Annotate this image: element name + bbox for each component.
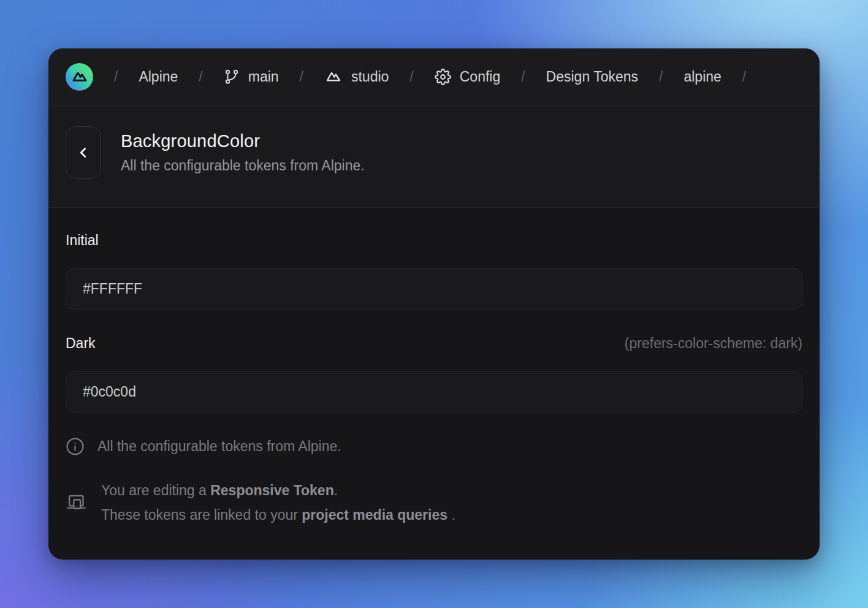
breadcrumb-separator: /: [659, 69, 663, 85]
info-note-text: All the configurable tokens from Alpine.: [97, 438, 341, 455]
back-button[interactable]: [66, 126, 101, 179]
breadcrumb-separator: /: [409, 69, 413, 85]
dark-field-header: Dark (prefers-color-scheme: dark): [66, 335, 802, 352]
breadcrumb-item-page[interactable]: Design Tokens: [546, 69, 638, 85]
breadcrumb-separator: /: [300, 69, 303, 85]
chevron-left-icon: [75, 145, 91, 161]
page-subtitle: All the configurable tokens from Alpine.: [121, 158, 365, 174]
breadcrumb: / Alpine / main / studio / Config /: [48, 48, 820, 105]
token-form: Initial Dark (prefers-color-scheme: dark…: [48, 232, 820, 527]
initial-label: Initial: [66, 232, 99, 249]
info-note: All the configurable tokens from Alpine.: [66, 437, 802, 456]
responsive-token-line2: These tokens are linked to your project …: [101, 503, 455, 527]
dark-value-input[interactable]: [66, 371, 802, 412]
mountains-icon: [324, 67, 343, 86]
responsive-token-text: You are editing a Responsive Token. Thes…: [101, 478, 455, 527]
breadcrumb-item-config[interactable]: Config: [435, 69, 500, 85]
responsive-token-line1: You are editing a Responsive Token.: [101, 478, 455, 503]
breadcrumb-item-project[interactable]: Alpine: [139, 69, 178, 85]
devices-icon: [66, 492, 88, 514]
header-text: BackgroundColor All the configurable tok…: [121, 131, 365, 174]
breadcrumb-separator: /: [521, 69, 525, 85]
page-title: BackgroundColor: [121, 131, 365, 151]
git-branch-icon: [224, 69, 240, 85]
breadcrumb-separator: /: [114, 69, 118, 85]
initial-value-input[interactable]: [66, 268, 802, 310]
responsive-token-note: You are editing a Responsive Token. Thes…: [66, 478, 802, 527]
breadcrumb-item-app[interactable]: studio: [324, 67, 389, 86]
breadcrumb-item-branch[interactable]: main: [224, 69, 279, 85]
gear-icon: [435, 69, 451, 85]
info-icon: [66, 437, 85, 456]
dark-media-query-hint: (prefers-color-scheme: dark): [625, 335, 802, 352]
alpine-logo[interactable]: [66, 63, 93, 91]
token-editor-panel: / Alpine / main / studio / Config /: [48, 48, 820, 560]
breadcrumb-separator: /: [199, 69, 202, 85]
page-header: BackgroundColor All the configurable tok…: [48, 105, 820, 208]
dark-label: Dark: [66, 335, 96, 352]
breadcrumb-item-token[interactable]: alpine: [683, 69, 721, 85]
breadcrumb-separator: /: [742, 69, 746, 85]
mountains-icon: [70, 67, 89, 86]
initial-field-header: Initial: [66, 232, 802, 249]
